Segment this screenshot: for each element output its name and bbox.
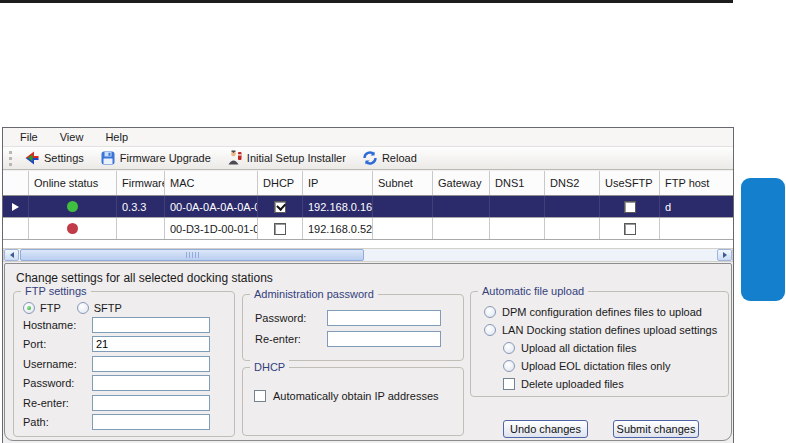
admin-reenter-input[interactable] — [327, 331, 441, 347]
username-label: Username: — [23, 358, 92, 370]
settings-button[interactable]: Settings — [19, 148, 89, 168]
port-input[interactable] — [92, 336, 210, 352]
firmware-cell: 0.3.3 — [117, 196, 165, 217]
ftp-radio[interactable] — [23, 302, 35, 314]
col-dhcp[interactable]: DHCP — [258, 171, 303, 195]
online-status-dot — [67, 201, 78, 212]
upload-eol-radio[interactable] — [503, 360, 515, 372]
col-gateway[interactable]: Gateway — [433, 171, 490, 195]
subnet-cell — [373, 196, 433, 217]
scrollbar-thumb[interactable] — [20, 249, 364, 261]
reenter-label: Re-enter: — [23, 397, 92, 409]
sftp-radio-option[interactable]: SFTP — [77, 302, 122, 314]
row-selector-header — [3, 171, 29, 195]
dhcp-group: DHCP Automatically obtain IP addresses — [242, 367, 464, 436]
hostname-label: Hostname: — [23, 319, 92, 331]
password-input[interactable] — [92, 375, 210, 391]
row-selector-cell — [3, 218, 29, 239]
hostname-field-row: Hostname: — [23, 316, 234, 334]
menu-view[interactable]: View — [49, 129, 95, 145]
menu-file[interactable]: File — [9, 129, 49, 145]
firmware-cell — [117, 218, 165, 239]
current-row-arrow-icon — [12, 203, 23, 211]
password-label: Password: — [23, 377, 92, 389]
toolbar-gripper[interactable] — [9, 151, 13, 166]
table-row-selected[interactable]: 0.3.3 00-0A-0A-0A-0A-0A 192.168.0.160 d — [3, 196, 733, 218]
delete-uploaded-checkbox-label: Delete uploaded files — [521, 378, 624, 390]
usesftp-checkbox[interactable] — [624, 223, 636, 235]
horizontal-scrollbar[interactable] — [3, 248, 733, 262]
auto-ip-checkbox-label: Automatically obtain IP addresses — [273, 390, 439, 402]
admin-password-legend: Administration password — [250, 287, 378, 302]
mac-cell: 00-0A-0A-0A-0A-0A — [165, 196, 258, 217]
scroll-left-arrow-icon — [7, 252, 14, 258]
col-mac[interactable]: MAC — [165, 171, 258, 195]
menu-help[interactable]: Help — [94, 129, 139, 145]
table-row[interactable]: 00-D3-1D-00-01-01 192.168.0.52 — [3, 218, 733, 240]
dhcp-checkbox[interactable] — [274, 201, 286, 213]
lan-docking-radio[interactable] — [484, 324, 496, 336]
auto-upload-group: Automatic file upload DPM configuration … — [470, 291, 729, 397]
path-input[interactable] — [92, 414, 210, 430]
col-online-status[interactable]: Online status — [29, 171, 117, 195]
reload-button-label: Reload — [382, 152, 417, 164]
col-usesftp[interactable]: UseSFTP — [600, 171, 660, 195]
auto-ip-checkbox[interactable] — [254, 390, 266, 402]
col-subnet[interactable]: Subnet — [373, 171, 433, 195]
submit-changes-button[interactable]: Submit changes — [613, 420, 699, 438]
admin-password-field-row: Password: — [255, 309, 463, 327]
dns1-cell — [490, 218, 545, 239]
col-dns2[interactable]: DNS2 — [545, 171, 600, 195]
firmware-upgrade-button[interactable]: Firmware Upgrade — [95, 148, 216, 168]
menu-bar: File View Help — [3, 128, 733, 147]
dpm-config-radio[interactable] — [484, 306, 496, 318]
auto-upload-legend: Automatic file upload — [478, 284, 588, 299]
page-side-tab — [741, 178, 785, 301]
reenter-input[interactable] — [92, 395, 210, 411]
scroll-left-button[interactable] — [4, 249, 19, 261]
ftp-radio-option[interactable]: FTP — [23, 302, 61, 314]
hostname-input[interactable] — [92, 317, 210, 333]
lan-docking-option[interactable]: LAN Docking station defines upload setti… — [484, 323, 728, 336]
delete-uploaded-option[interactable]: Delete uploaded files — [503, 377, 728, 390]
toolbar: Settings Firmware Upgrade Initial Setup … — [3, 147, 733, 170]
delete-uploaded-checkbox[interactable] — [503, 378, 515, 390]
col-ip[interactable]: IP — [303, 171, 373, 195]
admin-password-group: Administration password Password: Re-ent… — [242, 294, 464, 361]
ftp-settings-legend: FTP settings — [21, 284, 91, 299]
firmware-upgrade-button-label: Firmware Upgrade — [120, 152, 211, 164]
col-ftp-host[interactable]: FTP host — [660, 171, 733, 195]
gateway-cell — [433, 218, 490, 239]
dns2-cell — [545, 218, 600, 239]
device-table: Online status Firmware MAC DHCP IP Subne… — [3, 171, 733, 240]
upload-eol-option[interactable]: Upload EOL dictation files only — [503, 359, 728, 372]
col-firmware[interactable]: Firmware — [117, 171, 165, 195]
dpm-config-radio-label: DPM configuration defines files to uploa… — [502, 306, 702, 318]
sftp-radio[interactable] — [77, 302, 89, 314]
upload-all-radio[interactable] — [503, 342, 515, 354]
port-label: Port: — [23, 338, 92, 350]
username-input[interactable] — [92, 356, 210, 372]
undo-changes-button[interactable]: Undo changes — [503, 420, 588, 438]
admin-password-input[interactable] — [327, 310, 441, 326]
username-field-row: Username: — [23, 355, 234, 373]
col-dns1[interactable]: DNS1 — [490, 171, 545, 195]
dpm-config-option[interactable]: DPM configuration defines files to uploa… — [484, 305, 728, 318]
path-label: Path: — [23, 416, 92, 428]
usesftp-checkbox[interactable] — [624, 201, 636, 213]
table-empty-area — [3, 240, 733, 248]
scroll-right-button[interactable] — [717, 249, 732, 261]
initial-setup-installer-button[interactable]: Initial Setup Installer — [222, 148, 351, 168]
settings-arrows-icon — [24, 150, 40, 166]
offline-status-dot — [67, 223, 78, 234]
upload-all-option[interactable]: Upload all dictation files — [503, 341, 728, 354]
ftp-host-cell: d — [660, 196, 733, 217]
auto-ip-option[interactable]: Automatically obtain IP addresses — [254, 390, 463, 402]
online-status-cell — [29, 218, 117, 239]
dns1-cell — [490, 196, 545, 217]
reload-button[interactable]: Reload — [357, 148, 422, 168]
lan-docking-radio-label: LAN Docking station defines upload setti… — [502, 324, 717, 336]
dhcp-checkbox[interactable] — [274, 223, 286, 235]
reenter-field-row: Re-enter: — [23, 394, 234, 412]
ip-cell: 192.168.0.52 — [303, 218, 373, 239]
